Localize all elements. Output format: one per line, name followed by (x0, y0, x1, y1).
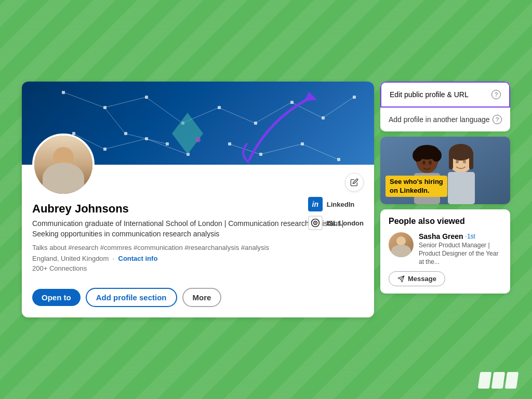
ad-label: See who's hiring on LinkedIn. (385, 176, 447, 197)
profile-avatar (32, 134, 95, 196)
avatar-image (34, 136, 92, 194)
people-also-viewed-card: People also viewed Sasha Green ·1st Seni… (380, 209, 510, 294)
contact-info-link[interactable]: Contact info (118, 255, 158, 262)
svg-rect-53 (449, 151, 453, 169)
profile-card: Aubrey Johnsons Communication graduate o… (22, 82, 374, 317)
person-name-row: Sasha Green ·1st (419, 232, 502, 241)
profile-location: England, United Kingdom · Contact info (32, 255, 364, 262)
bottom-logo (479, 372, 517, 389)
open-to-button[interactable]: Open to (32, 289, 81, 306)
person-name: Sasha Green (419, 232, 463, 241)
person-details: Sasha Green ·1st Senior Product Manager … (419, 232, 502, 266)
company-item-isl: ISL London (308, 216, 364, 230)
isl-logo (308, 216, 323, 230)
people-also-viewed-title: People also viewed (389, 217, 502, 226)
company-item-linkedin: in LinkedIn (308, 197, 364, 211)
edit-profile-card: Edit public profile & URL ? Add profile … (380, 82, 510, 131)
svg-point-45 (431, 149, 442, 162)
person-degree: ·1st (466, 233, 475, 240)
add-profile-section-button[interactable]: Add profile section (86, 288, 177, 307)
person-avatar (389, 232, 414, 257)
svg-line-0 (63, 92, 104, 108)
edit-pencil-button[interactable] (345, 173, 364, 192)
main-container: Aubrey Johnsons Communication graduate o… (22, 82, 510, 317)
company-name-isl: ISL London (327, 219, 364, 227)
message-button[interactable]: Message (389, 271, 445, 286)
svg-rect-16 (62, 91, 65, 94)
more-button[interactable]: More (182, 288, 222, 307)
svg-rect-20 (218, 106, 221, 109)
company-name-linkedin: LinkedIn (327, 201, 354, 208)
svg-rect-17 (103, 106, 107, 109)
profile-avatar-area (22, 134, 374, 196)
ad-card[interactable]: See who's hiring on LinkedIn. (380, 137, 510, 204)
svg-rect-57 (448, 172, 475, 204)
person-title: Senior Product Manager | Product Designe… (419, 242, 502, 266)
add-language-help-icon[interactable]: ? (493, 115, 502, 124)
right-column: Edit public profile & URL ? Add profile … (380, 82, 510, 317)
svg-point-56 (463, 160, 466, 164)
svg-rect-24 (353, 96, 356, 99)
svg-point-47 (429, 161, 432, 165)
logo-stripe-2 (491, 372, 505, 389)
svg-point-55 (456, 160, 459, 164)
company-list: in LinkedIn ISL London (308, 197, 364, 230)
svg-line-3 (104, 108, 125, 134)
send-icon (397, 275, 405, 283)
profile-connections: 200+ Connections (32, 264, 364, 272)
svg-point-39 (315, 222, 316, 224)
profile-actions: Open to Add profile section More (22, 288, 374, 317)
svg-line-2 (146, 97, 182, 123)
profile-info: Aubrey Johnsons Communication graduate o… (22, 196, 374, 287)
linkedin-logo: in (308, 197, 323, 211)
person-row: Sasha Green ·1st Senior Product Manager … (389, 232, 502, 266)
add-language-row[interactable]: Add profile in another language ? (380, 108, 510, 131)
edit-profile-url-text: Edit public profile & URL (390, 90, 469, 99)
svg-point-44 (413, 149, 423, 162)
svg-point-46 (422, 161, 425, 165)
svg-line-1 (104, 97, 146, 108)
edit-profile-url-row[interactable]: Edit public profile & URL ? (380, 82, 510, 108)
edit-profile-help-icon[interactable]: ? (491, 90, 501, 99)
logo-stripe-1 (478, 372, 491, 389)
svg-rect-18 (145, 96, 148, 99)
svg-rect-54 (469, 151, 473, 169)
logo-stripe-3 (505, 372, 518, 389)
profile-hashtags: Talks about #research #commres #communic… (32, 244, 364, 251)
message-button-label: Message (408, 275, 436, 283)
add-language-text: Add profile in another language (389, 115, 490, 124)
